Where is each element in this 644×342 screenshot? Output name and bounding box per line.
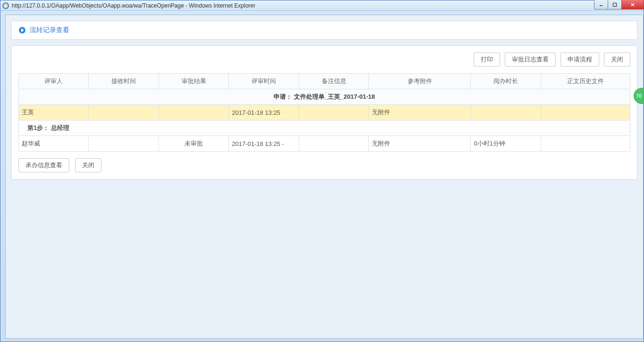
col-result: 审批结果 xyxy=(159,74,228,89)
svg-rect-2 xyxy=(613,3,617,6)
cell-result xyxy=(159,105,228,120)
cell-review-time: 2017-01-18 13:25 xyxy=(229,105,299,120)
minimize-button[interactable] xyxy=(594,0,608,9)
cell-attach: 无附件 xyxy=(369,136,471,152)
col-review-time: 评审时间 xyxy=(229,74,299,89)
print-button[interactable]: 打印 xyxy=(474,52,500,67)
bottom-actions: 承办信息查看 关闭 xyxy=(18,158,630,172)
col-history: 正文历史文件 xyxy=(541,74,630,89)
cell-recv-time xyxy=(89,136,159,152)
page-title: 流转记录查看 xyxy=(30,26,69,34)
col-remark: 备注信息 xyxy=(299,74,368,89)
cell-history xyxy=(541,136,630,152)
cell-reviewer: 王英 xyxy=(19,105,89,120)
cell-duration xyxy=(471,105,541,120)
cell-history xyxy=(541,105,630,120)
cell-review-time: 2017-01-18 13:25 - xyxy=(229,136,299,152)
cell-remark xyxy=(299,136,368,152)
cell-recv-time xyxy=(89,105,159,120)
window-frame: http://127.0.0.1/OAapp/WebObjects/OAapp.… xyxy=(0,0,644,342)
table-caption-row: 申请： 文件处理单_王英_2017-01-18 xyxy=(19,89,630,105)
cell-result: 未审批 xyxy=(159,136,228,152)
content-area: 流转记录查看 打印 审批日志查看 申请流程 关闭 申请： 文 xyxy=(5,15,644,339)
arrow-right-circle-icon xyxy=(18,26,26,34)
cell-duration: 0小时1分钟 xyxy=(471,136,541,152)
table-row: 王英 2017-01-18 13:25 无附件 xyxy=(19,105,630,120)
cell-reviewer: 赵华威 xyxy=(19,136,89,152)
toolbar: 打印 审批日志查看 申请流程 关闭 xyxy=(18,52,630,67)
panel-body: 打印 审批日志查看 申请流程 关闭 申请： 文件处理单_王英_2017-01-1… xyxy=(11,45,637,180)
close-button-bottom[interactable]: 关闭 xyxy=(75,158,101,172)
trace-table: 申请： 文件处理单_王英_2017-01-18 评审人 接收时间 审批结果 评审… xyxy=(18,73,630,152)
step-row: 第1步： 总经理 xyxy=(19,120,630,136)
table-row: 赵华威 未审批 2017-01-18 13:25 - 无附件 0小时1分钟 xyxy=(19,136,630,152)
panel-header: 流转记录查看 xyxy=(11,21,637,40)
col-duration: 阅办时长 xyxy=(471,74,541,89)
cell-attach: 无附件 xyxy=(369,105,471,120)
apply-flow-button[interactable]: 申请流程 xyxy=(560,52,599,67)
window-controls xyxy=(594,0,644,9)
col-recv-time: 接收时间 xyxy=(89,74,159,89)
close-window-button[interactable] xyxy=(621,0,644,9)
cell-remark xyxy=(299,105,368,120)
table-caption: 申请： 文件处理单_王英_2017-01-18 xyxy=(19,89,630,105)
col-attach: 参考附件 xyxy=(369,74,471,89)
step-label: 第1步： 总经理 xyxy=(19,120,630,136)
col-reviewer: 评审人 xyxy=(19,74,89,89)
page-body: 流转记录查看 打印 审批日志查看 申请流程 关闭 申请： 文 xyxy=(6,15,643,185)
info-view-button[interactable]: 承办信息查看 xyxy=(18,158,69,172)
audit-log-button[interactable]: 审批日志查看 xyxy=(505,52,556,67)
window-title: http://127.0.0.1/OAapp/WebObjects/OAapp.… xyxy=(12,2,642,9)
maximize-button[interactable] xyxy=(608,0,622,9)
ie-icon xyxy=(2,2,9,9)
close-button[interactable]: 关闭 xyxy=(604,52,630,67)
title-bar: http://127.0.0.1/OAapp/WebObjects/OAapp.… xyxy=(0,0,644,11)
table-header-row: 评审人 接收时间 审批结果 评审时间 备注信息 参考附件 阅办时长 正文历史文件 xyxy=(19,74,630,89)
